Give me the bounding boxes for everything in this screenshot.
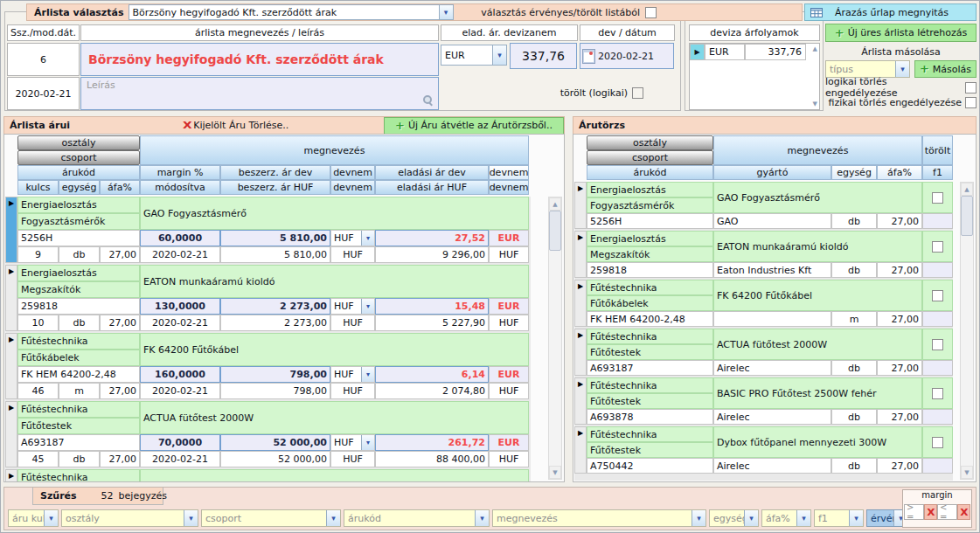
- torolt-checkbox[interactable]: [932, 339, 943, 350]
- cell-eladasi-ar-dev[interactable]: 15,48: [375, 298, 489, 315]
- clear-margin-lte-button[interactable]: X: [957, 504, 970, 520]
- left-grid-scrollbar[interactable]: ▲ ▼: [548, 197, 562, 480]
- datum-field[interactable]: 2020-02-21: [580, 43, 674, 69]
- cell-beszerz-ar-dev[interactable]: 5 810,00: [220, 230, 330, 246]
- row-selector[interactable]: ▶: [5, 469, 17, 481]
- logikai-torles-checkbox[interactable]: [965, 82, 977, 93]
- row-arrow-icon: ▶: [9, 404, 14, 412]
- torolt-checkbox[interactable]: [932, 241, 943, 253]
- masolas-button[interactable]: + Másolás: [914, 60, 977, 78]
- deviza-row-selector[interactable]: ▶: [690, 44, 705, 60]
- margin-gte-input[interactable]: > =: [904, 504, 924, 520]
- devnem-select[interactable]: HUF▾: [330, 298, 375, 315]
- row-selector[interactable]: ▶: [5, 333, 17, 399]
- scroll-up-icon[interactable]: ▲: [549, 197, 561, 211]
- calendar-icon[interactable]: [582, 49, 595, 64]
- scroll-down-icon[interactable]: ▼: [813, 100, 817, 107]
- header-csoport-button[interactable]: csoport: [17, 150, 140, 165]
- row-selector[interactable]: ▶: [574, 231, 587, 278]
- arlista-select[interactable]: Börzsöny hegyifogadó Kft. szerződött ára…: [129, 4, 454, 20]
- right-grid-scrollbar[interactable]: ▲ ▼: [960, 182, 974, 480]
- table-row[interactable]: ▶ Energiaelosztás GAO Fogyasztásmérő Fog…: [5, 197, 531, 263]
- cell-beszerz-ar-dev[interactable]: 2 273,00: [220, 298, 330, 315]
- filter-osztaly-select[interactable]: osztály▾: [61, 509, 198, 527]
- filter-megnevezes-select[interactable]: megnevezés▾: [492, 509, 706, 527]
- row-selector[interactable]: ▶: [574, 426, 587, 474]
- scroll-up-icon[interactable]: ▲: [813, 45, 817, 52]
- row-selector[interactable]: ▶: [5, 197, 17, 263]
- scroll-up-icon[interactable]: ▲: [961, 183, 973, 196]
- row-selector[interactable]: ▶: [5, 401, 17, 467]
- valasztas-checkbox[interactable]: [645, 7, 657, 18]
- row-selector[interactable]: ▶: [574, 280, 587, 327]
- table-row[interactable]: ▶ Fűtéstechnika Dybox fűtőpanel mennyeze…: [574, 426, 953, 474]
- kijelolt-aru-torlese-button[interactable]: X Kijelölt Áru Törlése..: [170, 118, 302, 134]
- table-row[interactable]: ▶ Fűtéstechnika BASIC PRO Fűtőtest 2500W…: [574, 377, 953, 425]
- torolt-checkbox[interactable]: [932, 192, 943, 204]
- table-row[interactable]: ▶ Energiaelosztás EATON munkaáramú kiold…: [5, 265, 531, 331]
- scroll-thumb[interactable]: [549, 211, 561, 251]
- fizikai-torles-checkbox[interactable]: [965, 97, 977, 108]
- deviza-listbox[interactable]: ▶ EUR 337,76 ▲ ▼: [689, 43, 820, 110]
- row-selector[interactable]: ▶: [5, 265, 17, 331]
- leiras-field[interactable]: Leírás: [80, 77, 439, 110]
- scroll-down-icon[interactable]: ▼: [549, 466, 561, 479]
- filter-aru-kulcs-select[interactable]: áru kul▾: [8, 509, 59, 527]
- filter-arukod-select[interactable]: árukód▾: [344, 509, 490, 527]
- magnifier-icon[interactable]: [422, 94, 434, 106]
- table-row[interactable]: ▶ Energiaelosztás GAO Fogyasztásmérő Fog…: [574, 182, 953, 229]
- devnem-select[interactable]: HUF▾: [330, 230, 375, 246]
- delete-x-icon: X: [183, 120, 192, 131]
- torolt-checkbox[interactable]: [932, 437, 943, 448]
- cell-margin[interactable]: 70,0000: [140, 434, 220, 451]
- torolt-checkbox[interactable]: [632, 87, 643, 99]
- clear-margin-gte-button[interactable]: X: [924, 504, 937, 520]
- table-row[interactable]: ▶ Fűtéstechnika FK 64200 Fűtőkábel Fűtők…: [574, 280, 953, 327]
- tipus-select[interactable]: típus ▾: [825, 60, 910, 78]
- table-row[interactable]: ▶ Fűtéstechnika ACTUA fütőtest 2000W Fűt…: [5, 401, 531, 467]
- chevron-down-icon: ▾: [361, 435, 374, 450]
- row-selector[interactable]: ▶: [574, 182, 587, 229]
- arazas-urlap-button[interactable]: Árazás űrlap megnyitás: [804, 3, 977, 21]
- cell-eladasi-ar-dev[interactable]: 27,52: [375, 230, 489, 246]
- table-row[interactable]: ▶ Energiaelosztás EATON munkaáramú kiold…: [574, 231, 953, 278]
- table-row[interactable]: ▶ Fűtéstechnika FK 64200 Fűtőkábel Fűtők…: [5, 333, 531, 399]
- header-megnevezes: megnevezés: [140, 135, 529, 165]
- margin-lte-input[interactable]: < =: [937, 504, 957, 520]
- filter-afa-select[interactable]: áfa%▾: [761, 509, 811, 527]
- cell-margin[interactable]: 60,0000: [140, 230, 220, 246]
- row-selector[interactable]: ▶: [574, 329, 587, 376]
- table-row[interactable]: ▶ Fűtéstechnika ACTUA fütőtest 2000W Fűt…: [574, 329, 953, 376]
- devizanem-select[interactable]: EUR ▾: [441, 45, 507, 66]
- devnem-select[interactable]: HUF▾: [330, 366, 375, 383]
- uj-aru-atvetele-button[interactable]: + Új Áru átvétle az Árutörzsből..: [384, 117, 564, 135]
- header-devnem: devnem: [330, 180, 375, 195]
- devnem-select[interactable]: HUF▾: [330, 434, 375, 451]
- cell-beszerz-ar-dev[interactable]: 798,00: [220, 366, 330, 383]
- uj-arlista-button[interactable]: + Új üres árlista létrehozás: [825, 24, 977, 42]
- cell-f1: [922, 409, 953, 425]
- arlista-nev-field[interactable]: Börzsöny hegyifogadó Kft. szerződött ára…: [80, 43, 439, 76]
- header-csoport-button[interactable]: csoport: [587, 150, 713, 165]
- filter-egyseg-select[interactable]: egység▾: [709, 509, 759, 527]
- cell-osztaly: Energiaelosztás: [587, 182, 713, 197]
- scroll-down-icon[interactable]: ▼: [961, 466, 973, 479]
- header-osztaly-button[interactable]: osztály: [587, 135, 713, 150]
- arfolyam-field[interactable]: 337,76: [510, 43, 577, 69]
- cell-margin[interactable]: 160,0000: [140, 366, 220, 383]
- cell-beszerz-ar-dev[interactable]: 52 000,00: [220, 434, 330, 451]
- torolt-checkbox[interactable]: [932, 388, 943, 399]
- filter-f1-select[interactable]: f1▾: [814, 509, 864, 527]
- torolt-cell: [922, 329, 953, 360]
- cell-eladasi-ar-dev[interactable]: 261,72: [375, 434, 489, 451]
- row-arrow-icon: ▶: [9, 472, 14, 481]
- cell-eladasi-ar-dev[interactable]: 6,14: [375, 366, 489, 383]
- filter-csoport-select[interactable]: csoport▾: [201, 509, 341, 527]
- cell-margin[interactable]: 130,0000: [140, 298, 220, 315]
- scroll-thumb[interactable]: [961, 196, 973, 236]
- row-selector[interactable]: ▶: [574, 377, 587, 425]
- table-row[interactable]: ▶ Fűtéstechnika BASIC PRO Fűtőtest 2500W…: [5, 469, 531, 481]
- torolt-checkbox[interactable]: [932, 290, 943, 301]
- chevron-down-icon: ▾: [849, 510, 863, 526]
- header-osztaly-button[interactable]: osztály: [17, 135, 140, 150]
